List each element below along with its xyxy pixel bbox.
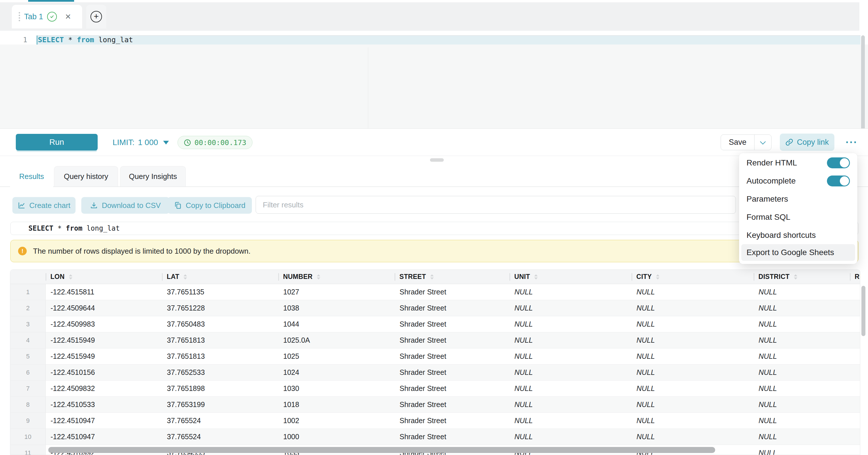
save-options-button[interactable]: [754, 135, 771, 150]
table-cell: NULL: [754, 413, 850, 429]
sort-icon: [656, 274, 659, 279]
table-cell: NULL: [631, 413, 754, 429]
sort-icon: [430, 274, 434, 279]
table-cell: [850, 429, 860, 445]
run-button[interactable]: Run: [16, 134, 98, 151]
menu-item-autocomplete[interactable]: Autocomplete: [739, 172, 857, 190]
column-header-label: UNIT: [515, 273, 530, 281]
save-button[interactable]: Save: [721, 135, 754, 150]
copy-to-clipboard-label: Copy to Clipboard: [186, 201, 245, 210]
table-cell: NULL: [631, 316, 754, 332]
close-tab-icon[interactable]: ✕: [65, 12, 71, 21]
autocomplete-toggle[interactable]: [827, 176, 850, 186]
sql-code-line: SELECT * from long_lat: [36, 35, 133, 44]
column-header-lat[interactable]: LAT: [162, 270, 278, 284]
table-cell: NULL: [631, 365, 754, 380]
table-cell: NULL: [631, 300, 754, 316]
download-icon: [90, 201, 98, 209]
table-cell: 1018: [278, 397, 395, 413]
query-echo-bar: SELECT * from long_lat: [10, 222, 859, 235]
sql-editor[interactable]: 1 SELECT * from long_lat: [0, 31, 868, 128]
row-number: 4: [10, 332, 46, 348]
more-options-button[interactable]: ···: [843, 129, 860, 156]
table-cell: NULL: [631, 284, 754, 300]
table-row: 7-122.450983237.76518981030Shrader Stree…: [10, 381, 860, 397]
table-cell: NULL: [754, 348, 850, 364]
column-header-unit[interactable]: UNIT: [509, 270, 631, 284]
table-cell: NULL: [509, 284, 631, 300]
limit-dropdown[interactable]: LIMIT: 1 000: [113, 129, 169, 156]
query-toolbar: Run LIMIT: 1 000 00:00:00.173 Save Copy …: [0, 128, 868, 156]
table-vertical-scrollbar[interactable]: [861, 286, 865, 336]
menu-item-keyboard-shortcuts[interactable]: Keyboard shortcuts: [739, 226, 857, 244]
copy-link-button[interactable]: Copy link: [780, 133, 834, 151]
table-cell: 37.765524: [162, 429, 278, 445]
tab-query-insights[interactable]: Query Insights: [120, 166, 186, 186]
add-tab-button[interactable]: +: [86, 5, 106, 28]
table-cell: NULL: [509, 365, 631, 380]
download-csv-button[interactable]: Download to CSV: [81, 197, 169, 214]
table-cell: NULL: [754, 397, 850, 413]
column-header-street[interactable]: STREET: [395, 270, 509, 284]
more-options-menu: Render HTML Autocomplete Parameters Form…: [739, 153, 857, 264]
filter-results-input[interactable]: [256, 196, 736, 214]
editor-tab-strip: [0, 2, 859, 31]
table-cell: 1030: [278, 381, 395, 396]
column-header-label: LAT: [167, 273, 180, 281]
table-cell: NULL: [509, 397, 631, 413]
render-html-toggle[interactable]: [827, 157, 850, 168]
table-body: 1-122.451581137.76511351027Shrader Stree…: [10, 284, 860, 455]
pane-resize-handle[interactable]: [430, 158, 444, 162]
timer-value: 00:00:00.173: [194, 139, 246, 147]
table-cell: NULL: [754, 365, 850, 380]
table-cell: [850, 316, 860, 332]
table-cell: Shrader Street: [395, 284, 509, 300]
table-cell: NULL: [754, 316, 850, 332]
column-header-label: LON: [51, 273, 65, 281]
row-number-header: [10, 270, 46, 284]
menu-item-parameters[interactable]: Parameters: [739, 190, 857, 208]
table-cell: -122.4510947: [46, 413, 162, 429]
query-tab[interactable]: Tab 1 ✕: [12, 5, 82, 28]
drag-handle-icon[interactable]: [19, 12, 20, 13]
table-cell: 37.7651898: [162, 381, 278, 396]
table-cell: NULL: [754, 300, 850, 316]
column-header-number[interactable]: NUMBER: [278, 270, 395, 284]
menu-item-label: Render HTML: [746, 158, 797, 168]
menu-item-export-google-sheets[interactable]: Export to Google Sheets: [741, 244, 855, 261]
table-row: 6-122.451015637.76525331024Shrader Stree…: [10, 365, 860, 381]
column-header-re[interactable]: RE: [850, 270, 860, 284]
table-cell: NULL: [509, 300, 631, 316]
table-cell: 37.7653199: [162, 397, 278, 413]
menu-item-format-sql[interactable]: Format SQL: [739, 208, 857, 226]
table-horizontal-scrollbar[interactable]: [48, 447, 715, 453]
copy-link-label: Copy link: [797, 138, 829, 147]
create-chart-button[interactable]: Create chart: [12, 197, 75, 214]
menu-item-label: Parameters: [746, 194, 788, 204]
table-cell: 37.7651813: [162, 332, 278, 348]
sort-icon: [317, 274, 320, 279]
table-row: 8-122.451053337.76531991018Shrader Stree…: [10, 397, 860, 413]
menu-item-label: Keyboard shortcuts: [746, 231, 816, 240]
table-cell: [850, 381, 860, 396]
table-cell: -122.4509983: [46, 316, 162, 332]
copy-to-clipboard-button[interactable]: Copy to Clipboard: [167, 197, 252, 214]
row-number: 2: [10, 300, 46, 316]
column-header-lon[interactable]: LON: [46, 270, 162, 284]
table-cell: 37.7652533: [162, 365, 278, 380]
column-header-label: DISTRICT: [758, 273, 789, 281]
link-icon: [785, 138, 793, 146]
column-header-city[interactable]: CITY: [631, 270, 754, 284]
download-csv-label: Download to CSV: [102, 201, 161, 210]
column-header-district[interactable]: DISTRICT: [754, 270, 850, 284]
table-cell: NULL: [509, 381, 631, 396]
menu-item-render-html[interactable]: Render HTML: [739, 154, 857, 172]
active-tab-indicator: [28, 0, 74, 2]
tab-results[interactable]: Results: [10, 165, 53, 187]
results-table: LONLATNUMBERSTREETUNITCITYDISTRICTRE 1-1…: [10, 269, 860, 455]
table-cell: NULL: [631, 381, 754, 396]
table-cell: Shrader Street: [395, 413, 509, 429]
tab-query-history[interactable]: Query history: [54, 166, 118, 186]
table-cell: 37.7651813: [162, 348, 278, 364]
warning-text: The number of rows displayed is limited …: [33, 247, 250, 256]
